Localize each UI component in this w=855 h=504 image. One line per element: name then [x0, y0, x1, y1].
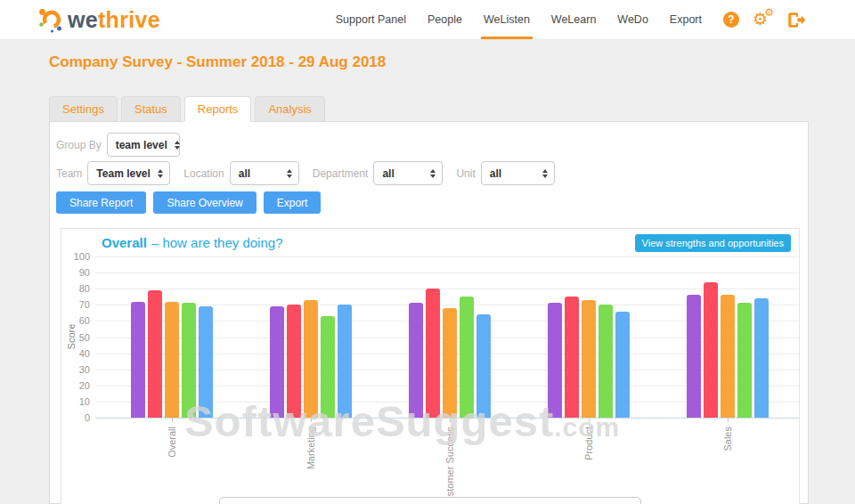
y-tick-label: 0	[63, 412, 90, 423]
x-category-label: Sales	[722, 427, 733, 451]
bar-capability-product[interactable]	[582, 300, 596, 418]
x-category-label: Overall	[167, 427, 177, 458]
bar-confidence-sales[interactable]	[754, 298, 769, 418]
tab-reports[interactable]: Reports	[184, 96, 252, 121]
bar-confidence-overall[interactable]	[199, 306, 213, 418]
action-button-row: Share ReportShare OverviewExport	[56, 191, 321, 214]
department-select-value: all	[382, 167, 394, 180]
select-stepper-icon	[287, 169, 292, 178]
bar-cognitive-product[interactable]	[565, 297, 579, 418]
unit-filter: Unitall	[456, 161, 554, 185]
chart-card: Overall– how are they doing? View streng…	[61, 228, 800, 504]
bar-connection-overall[interactable]	[182, 303, 196, 418]
nav-item-people[interactable]: People	[417, 0, 473, 39]
y-tick-label: 70	[63, 299, 90, 310]
unit-label: Unit	[456, 167, 475, 180]
tab-analysis[interactable]: Analysis	[255, 96, 324, 121]
unit-select-value: all	[490, 167, 501, 180]
stepper-up-icon	[542, 169, 548, 173]
logo-thrive: thrive	[98, 7, 160, 32]
settings-gears-icon[interactable]: ⚙ ⚙	[753, 10, 774, 29]
bar-cognitive-marketing[interactable]	[287, 305, 301, 418]
group-by-select[interactable]: team level	[107, 133, 180, 157]
logo-we: we	[68, 7, 98, 32]
nav-item-welisten[interactable]: WeListen	[473, 0, 541, 39]
share-report-button[interactable]: Share Report	[56, 191, 146, 214]
chart-title-rest: – how are they doing?	[151, 235, 283, 250]
y-axis-title: Score	[66, 324, 77, 350]
nav-item-wedo[interactable]: WeDo	[607, 0, 659, 39]
nav-item-export[interactable]: Export	[659, 0, 712, 39]
page-title: Company Survey - Summer 2018 - 29 Aug 20…	[49, 53, 386, 71]
tab-bar: SettingsStatusReportsAnalysis	[49, 96, 325, 121]
y-tick-label: 20	[63, 380, 90, 391]
logo[interactable]: wethrive	[37, 6, 160, 33]
bar-overall-product[interactable]	[548, 303, 562, 418]
logo-text: wethrive	[68, 7, 160, 33]
bar-overall-sales[interactable]	[687, 295, 701, 418]
select-stepper-icon	[175, 141, 180, 150]
export-button[interactable]: Export	[264, 191, 322, 214]
share-overview-button[interactable]: Share Overview	[153, 191, 256, 214]
chart-legend: OverallCognitiveCapabilityConnectionConf…	[219, 497, 641, 504]
nav-item-support-panel[interactable]: Support Panel	[325, 0, 417, 39]
bar-confidence-customer-success[interactable]	[476, 314, 491, 418]
stepper-up-icon	[175, 141, 180, 144]
bar-capability-sales[interactable]	[721, 295, 735, 418]
x-axis-tick	[728, 418, 729, 422]
bar-cognitive-customer-success[interactable]	[426, 289, 440, 418]
tab-status[interactable]: Status	[121, 96, 181, 121]
stepper-down-icon	[430, 175, 436, 178]
location-select[interactable]: all	[230, 161, 299, 185]
chart-title: Overall– how are they doing?	[102, 235, 282, 250]
bar-confidence-marketing[interactable]	[338, 305, 352, 418]
bar-connection-marketing[interactable]	[321, 316, 335, 418]
select-stepper-icon	[158, 169, 163, 178]
bar-capability-marketing[interactable]	[304, 300, 318, 418]
tab-settings[interactable]: Settings	[49, 96, 118, 121]
group-by-filter: Group Byteam level	[56, 133, 180, 157]
x-axis-tick	[311, 418, 312, 422]
x-axis-tick	[589, 418, 590, 422]
team-select[interactable]: Team level	[87, 161, 170, 185]
logo-icon	[37, 6, 64, 33]
bar-connection-product[interactable]	[598, 305, 613, 418]
x-axis-tick	[172, 418, 173, 422]
team-select-value: Team level	[96, 167, 150, 180]
logout-icon[interactable]	[787, 12, 806, 28]
nav-icons: ? ⚙ ⚙	[723, 10, 806, 29]
stepper-up-icon	[430, 169, 436, 173]
y-tick-label: 100	[63, 251, 90, 262]
team-filter: TeamTeam level	[56, 161, 170, 185]
bar-capability-customer-success[interactable]	[443, 308, 457, 418]
y-tick-label: 10	[63, 396, 90, 407]
y-tick-label: 90	[63, 267, 90, 278]
team-label: Team	[56, 167, 82, 180]
bar-connection-customer-success[interactable]	[460, 297, 474, 418]
x-category-label: Customer Success	[444, 427, 455, 504]
stepper-up-icon	[287, 169, 292, 173]
bar-overall-overall[interactable]	[131, 302, 145, 418]
gridline	[95, 418, 799, 419]
gridline	[95, 256, 799, 257]
select-stepper-icon	[542, 169, 548, 178]
y-tick-label: 30	[63, 364, 90, 375]
stepper-down-icon	[542, 175, 548, 178]
bar-confidence-product[interactable]	[615, 312, 630, 418]
unit-select[interactable]: all	[481, 161, 555, 185]
y-tick-label: 80	[63, 283, 90, 294]
main-nav: Support PanelPeopleWeListenWeLearnWeDoEx…	[325, 0, 712, 39]
x-axis-tick	[450, 418, 451, 422]
group-by-label: Group By	[56, 139, 102, 151]
bar-overall-customer-success[interactable]	[409, 303, 423, 418]
bar-cognitive-overall[interactable]	[148, 290, 162, 418]
group-by-select-value: team level	[116, 139, 167, 151]
bar-connection-sales[interactable]	[737, 303, 752, 418]
view-strengths-button[interactable]: View strengths and opportunities	[635, 234, 791, 252]
bar-overall-marketing[interactable]	[270, 306, 284, 418]
department-select[interactable]: all	[373, 161, 443, 185]
help-icon[interactable]: ?	[723, 12, 739, 28]
bar-cognitive-sales[interactable]	[704, 282, 718, 418]
bar-capability-overall[interactable]	[165, 302, 179, 418]
nav-item-welearn[interactable]: WeLearn	[541, 0, 607, 39]
